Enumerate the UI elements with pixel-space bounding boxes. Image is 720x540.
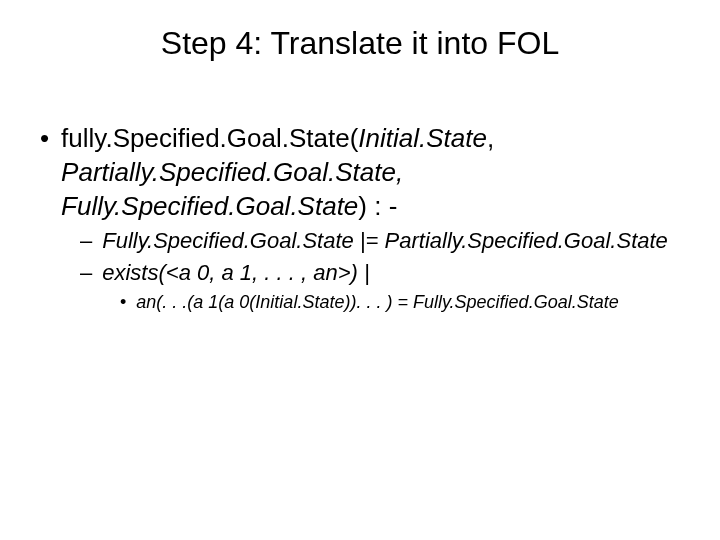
bullet-text-l3: an(. . .(a 1(a 0(Initial.State)). . . ) …	[136, 291, 618, 314]
bullet-marker-l3: •	[120, 291, 126, 314]
bullet-level2-a: – Fully.Specified.Goal.State |= Partiall…	[80, 227, 690, 256]
l1-arg1: Initial.State	[358, 123, 487, 153]
l1-arg2: Partially.Specified.Goal.State,	[61, 157, 403, 187]
l1-suffix: ) : -	[358, 191, 397, 221]
bullet-text-l2b: exists(<a 0, a 1, . . . , an>) |	[102, 259, 369, 288]
bullet-level1: • fully.Specified.Goal.State(Initial.Sta…	[30, 122, 690, 223]
bullet-level2-b: – exists(<a 0, a 1, . . . , an>) |	[80, 259, 690, 288]
bullet-marker-l2a: –	[80, 227, 92, 256]
bullet-level3: • an(. . .(a 1(a 0(Initial.State)). . . …	[120, 291, 690, 314]
bullet-marker-l2b: –	[80, 259, 92, 288]
l1-sep1: ,	[487, 123, 494, 153]
l1-prefix: fully.Specified.Goal.State(	[61, 123, 358, 153]
bullet-marker-l1: •	[40, 122, 49, 223]
l1-arg3: Fully.Specified.Goal.State	[61, 191, 358, 221]
bullet-text-l1: fully.Specified.Goal.State(Initial.State…	[61, 122, 690, 223]
bullet-text-l2a: Fully.Specified.Goal.State |= Partially.…	[102, 227, 668, 256]
slide-title: Step 4: Translate it into FOL	[30, 25, 690, 62]
